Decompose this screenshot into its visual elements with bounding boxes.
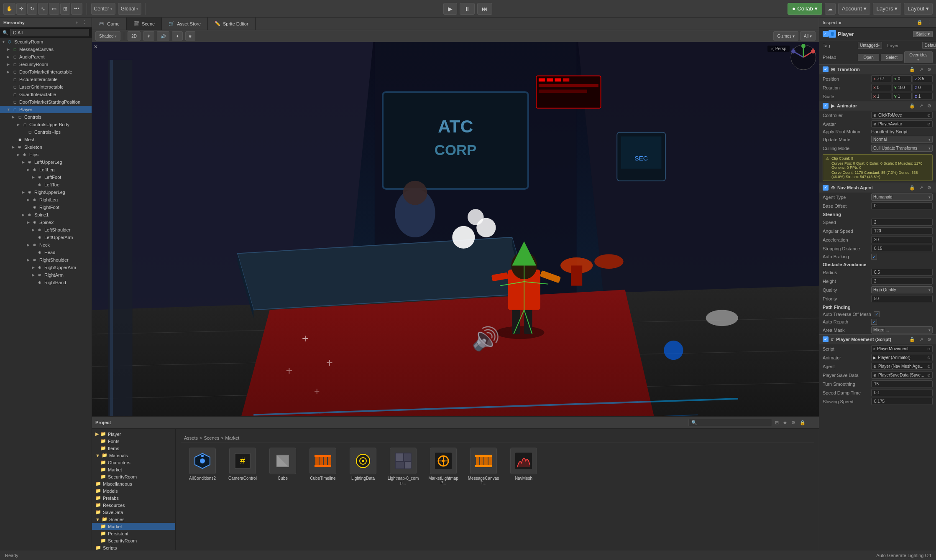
tree-item[interactable]: 📁 Models	[92, 487, 175, 494]
asset-item[interactable]: # CameraControl	[226, 448, 259, 485]
pos-z-field[interactable]: Z 3.5	[913, 75, 933, 82]
auto-repath-checkbox[interactable]: ✓	[871, 319, 877, 325]
list-item[interactable]: ▶ ⊕ LeftUpperLeg	[0, 158, 92, 166]
height-input[interactable]: 2	[871, 277, 933, 285]
cloud-button[interactable]: ☁	[825, 3, 836, 15]
list-item[interactable]: ▶ ◻ DoorToMarketInteractable	[0, 68, 92, 76]
inspector-lock-btn[interactable]: 🔒	[916, 20, 924, 25]
priority-input[interactable]: 50	[871, 295, 933, 302]
tree-item[interactable]: ▼ 📁 Scenes	[92, 516, 175, 523]
list-item[interactable]: ▶ ⊕ Spine1	[0, 211, 92, 219]
stopping-dist-input[interactable]: 0.15	[871, 245, 933, 252]
tree-item[interactable]: 📁 Characters	[92, 459, 175, 466]
rot-z-field[interactable]: Z 0	[913, 84, 933, 91]
tree-item[interactable]: 📁 Scripts	[92, 544, 175, 550]
auto-braking-checkbox[interactable]: ✓	[871, 254, 877, 260]
list-item[interactable]: ◻ GuardInteractable	[0, 91, 92, 98]
all-layers-btn[interactable]: All ▾	[800, 31, 816, 41]
update-mode-dropdown[interactable]: Normal ▾	[871, 136, 933, 143]
list-item[interactable]: ⊕ RightHand	[0, 279, 92, 286]
transform-lock-btn[interactable]: 🔒	[908, 67, 916, 72]
script-ref[interactable]: # PlayerMovement ⊙	[871, 345, 933, 352]
gizmos-btn[interactable]: Gizmos ▾	[773, 31, 798, 41]
list-item[interactable]: ◻ ControlsHips	[0, 128, 92, 136]
pm-open-btn[interactable]: ↗	[918, 337, 924, 342]
list-item[interactable]: ▼ ⬡ SecurityRoom	[0, 38, 92, 46]
pos-y-field[interactable]: Y 0	[892, 75, 912, 82]
navmesh-settings-btn[interactable]: ⚙	[926, 185, 933, 191]
player-save-ref[interactable]: ⊕ PlayerSaveData (Save... ⊙	[871, 372, 933, 379]
list-item[interactable]: ◼ Mesh	[0, 136, 92, 143]
speed-input[interactable]: 2	[871, 219, 933, 226]
tree-item[interactable]: 📁 SecurityRoom	[92, 473, 175, 480]
tree-item[interactable]: 📁 Items	[92, 445, 175, 452]
asset-item[interactable]: Cube	[266, 448, 299, 485]
extra-tool[interactable]: •••	[71, 3, 82, 15]
list-item[interactable]: ▶ ◻ SecurityRoom	[0, 61, 92, 68]
tab-asset-store[interactable]: 🛒 Asset Store	[162, 18, 208, 30]
rotate-tool[interactable]: ↻	[27, 3, 37, 15]
pivot-mode-btn[interactable]: Center ▾	[91, 3, 115, 15]
obj-active-checkbox[interactable]: ✓	[823, 31, 829, 37]
shading-mode-btn[interactable]: Shaded ▾	[95, 31, 120, 41]
animator-settings-btn[interactable]: ⚙	[926, 103, 933, 109]
list-item[interactable]: ◻ LaserGridInteractable	[0, 83, 92, 91]
pm-settings-btn[interactable]: ⚙	[926, 337, 933, 342]
navmesh-open-btn[interactable]: ↗	[918, 185, 924, 191]
player-movement-checkbox[interactable]: ✓	[823, 336, 829, 342]
list-item[interactable]: ⊕ LeftToe	[0, 181, 92, 188]
controller-ref[interactable]: ⊕ ClickToMove ⊙	[871, 112, 933, 119]
asset-item[interactable]: NavMesh	[507, 448, 540, 485]
turn-smoothing-input[interactable]: 15	[871, 380, 933, 387]
list-item[interactable]: ▶ ◻ ControlsUpperBody	[0, 121, 92, 128]
list-item[interactable]: ▶ ⊕ LeftShoulder	[0, 226, 92, 234]
navmesh-checkbox[interactable]: ✓	[823, 185, 829, 191]
rot-y-field[interactable]: Y 180	[892, 84, 912, 91]
viewport-close-x[interactable]: ✕	[94, 44, 98, 50]
list-item[interactable]: ▶ ⊕ RightArm	[0, 271, 92, 279]
tree-item[interactable]: 📁 Prefabs	[92, 494, 175, 501]
list-item[interactable]: ▶ ⊕ Spine2	[0, 219, 92, 226]
navmesh-component-header[interactable]: ✓ ⊕ Nav Mesh Agent 🔒 ↗ ⚙	[819, 183, 936, 193]
tree-item[interactable]: ▼ 📁 Materials	[92, 452, 175, 459]
area-mask-dropdown[interactable]: Mixed ... ▾	[871, 326, 933, 333]
list-item[interactable]: ▶ ⊕ RightLeg	[0, 196, 92, 204]
asset-item[interactable]: Lightmap-0_comp...	[386, 448, 420, 485]
project-settings-btn[interactable]: ⚙	[790, 420, 797, 425]
scale-x-field[interactable]: X 1	[871, 93, 891, 100]
list-item[interactable]: ▶ ⊕ Skeleton	[0, 143, 92, 151]
list-item[interactable]: ▶ ⊕ LeftLeg	[0, 166, 92, 173]
project-menu-btn[interactable]: ⋮	[808, 420, 816, 425]
tree-item[interactable]: 📁 SaveData	[92, 509, 175, 516]
animator-component-header[interactable]: ✓ ▶ Animator 🔒 ↗ ⚙	[819, 101, 936, 111]
scale-z-field[interactable]: Z 1	[913, 93, 933, 100]
agent-type-dropdown[interactable]: Humanoid ▾	[871, 193, 933, 201]
tree-item[interactable]: 📁 Miscellaneous	[92, 480, 175, 487]
list-item[interactable]: ◻ PictureInteractable	[0, 76, 92, 83]
layer-dropdown[interactable]: Default ▾	[922, 42, 936, 49]
step-button[interactable]: ⏭	[477, 3, 492, 15]
pause-button[interactable]: ⏸	[460, 3, 475, 15]
tab-scene[interactable]: 🎬 Scene	[127, 18, 162, 30]
list-item[interactable]: ▶ ⊕ RightShoulder	[0, 256, 92, 264]
asset-item[interactable]: LightingData	[346, 448, 380, 485]
hierarchy-menu-btn[interactable]: ⋮	[81, 20, 88, 25]
audio-btn[interactable]: 🔊	[157, 31, 169, 41]
pm-lock-btn[interactable]: 🔒	[908, 337, 916, 342]
list-item[interactable]: ▶ ⊕ Neck	[0, 241, 92, 249]
prefab-select-btn[interactable]: Select	[881, 54, 902, 61]
transform-checkbox[interactable]: ✓	[823, 66, 829, 72]
layers-button[interactable]: Layers ▾	[873, 3, 902, 15]
list-item[interactable]: ⊕ Head	[0, 249, 92, 256]
static-badge[interactable]: Static ▾	[913, 31, 933, 37]
list-item[interactable]: ▶ ◻ Controls	[0, 113, 92, 121]
lighting-btn[interactable]: ☀	[143, 31, 154, 41]
player-movement-component-header[interactable]: ✓ # Player Movement (Script) 🔒 ↗ ⚙	[819, 334, 936, 344]
auto-traverse-checkbox[interactable]: ✓	[874, 311, 880, 317]
tree-item[interactable]: 📁 Fonts	[92, 438, 175, 445]
radius-input[interactable]: 0.5	[871, 269, 933, 276]
grid-btn[interactable]: #	[185, 31, 195, 41]
collab-button[interactable]: ● Collab ▾	[788, 3, 822, 15]
tag-dropdown[interactable]: Untagged ▾	[858, 42, 882, 49]
quality-dropdown[interactable]: High Quality ▾	[871, 286, 933, 293]
